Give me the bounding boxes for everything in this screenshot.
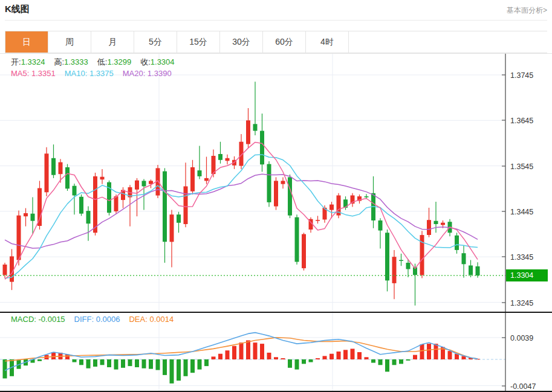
tab-4时[interactable]: 4时 xyxy=(306,31,349,53)
macd-bar xyxy=(399,359,403,364)
candle-body xyxy=(65,167,70,188)
macd-bar xyxy=(226,350,230,359)
macd-row-item: DIFF: 0.0006 xyxy=(74,315,120,324)
candle-body xyxy=(184,187,188,225)
macd-bar xyxy=(51,352,56,359)
macd-bar xyxy=(190,359,195,373)
macd-bar xyxy=(351,349,355,359)
tab-5分[interactable]: 5分 xyxy=(134,31,177,53)
header-divider xyxy=(5,20,547,21)
tab-15分[interactable]: 15分 xyxy=(177,31,220,53)
candle-body xyxy=(51,158,56,175)
ohlc-row-item: 高:1.3333 xyxy=(54,57,88,68)
candle-body xyxy=(142,181,146,186)
candle-body xyxy=(330,205,334,210)
ma-readout: MA5: 1.3351MA10: 1.3375MA20: 1.3390 xyxy=(11,69,181,78)
macd-bar xyxy=(149,359,153,369)
macd-bar xyxy=(73,359,77,362)
candle-body xyxy=(17,216,21,260)
macd-bar xyxy=(365,357,369,359)
macd-bar xyxy=(323,356,327,359)
axis-label: -0.0047 xyxy=(510,382,536,391)
macd-bar xyxy=(114,359,119,370)
macd-bar xyxy=(316,358,320,359)
macd-bar xyxy=(239,342,244,359)
tab-30分[interactable]: 30分 xyxy=(220,31,263,53)
candle-body xyxy=(114,196,119,211)
macd-row-item: DEA: 0.0014 xyxy=(129,315,174,324)
macd-bar xyxy=(184,359,188,376)
axis-label: 1.3445 xyxy=(510,208,533,216)
macd-bar xyxy=(128,359,132,366)
ohlc-row-item: 开:1.3324 xyxy=(11,57,45,68)
candle-body xyxy=(316,220,320,221)
tab-月[interactable]: 月 xyxy=(91,31,134,53)
ma-row-item: MA10: 1.3375 xyxy=(65,69,114,78)
macd-bar xyxy=(371,359,375,363)
candle-body xyxy=(198,170,202,176)
candle-body xyxy=(441,223,445,225)
macd-bar xyxy=(177,359,181,381)
candle-body xyxy=(260,131,264,165)
ma-row-item: MA20: 1.3390 xyxy=(123,69,172,78)
candle-body xyxy=(295,217,299,262)
axis-label: 1.3745 xyxy=(510,71,533,80)
candle-body xyxy=(274,181,278,206)
candle-body xyxy=(392,257,397,283)
candle-body xyxy=(10,256,14,281)
macd-bar xyxy=(330,354,334,359)
macd-bar xyxy=(100,359,105,365)
macd-bar xyxy=(37,359,42,361)
macd-bar xyxy=(86,359,91,368)
macd-bar xyxy=(246,341,250,360)
macd-bar xyxy=(267,353,271,359)
macd-bar xyxy=(121,359,125,368)
candle-body xyxy=(163,172,167,242)
fundamental-analysis-link[interactable]: 基本面分析> xyxy=(507,5,547,16)
candle-body xyxy=(3,265,7,275)
candle-body xyxy=(24,213,28,216)
axis-label: 0.0039 xyxy=(510,334,533,342)
candle-body xyxy=(406,263,411,269)
macd-bar xyxy=(135,359,139,367)
kline-page: { "header": { "title": "K线图", "link": "基… xyxy=(0,0,552,392)
axis-label: 1.3545 xyxy=(510,162,533,171)
candle-body xyxy=(462,253,466,264)
candle-body xyxy=(93,176,97,233)
macd-bar xyxy=(385,359,389,371)
candle-body xyxy=(469,266,473,275)
macd-bar xyxy=(427,344,431,359)
candle-body xyxy=(281,181,285,184)
page-title: K线图 xyxy=(5,4,30,15)
ma-row-item: MA5: 1.3351 xyxy=(11,69,56,78)
candle-body xyxy=(37,188,42,227)
ohlc-readout: 开:1.3324高:1.3333低:1.3299收:1.3304 xyxy=(11,57,184,68)
macd-bar xyxy=(198,359,202,370)
macd-bar xyxy=(420,344,424,359)
candle-body xyxy=(455,236,459,250)
candle-body xyxy=(73,186,77,196)
tab-60分[interactable]: 60分 xyxy=(263,31,306,53)
macd-bar xyxy=(288,359,292,368)
macd-bar xyxy=(337,352,341,359)
tab-周[interactable]: 周 xyxy=(48,31,91,53)
candle-body xyxy=(218,154,222,160)
candle-body xyxy=(204,178,209,181)
macd-bar xyxy=(79,359,83,365)
macd-bar xyxy=(260,344,264,359)
candle-body xyxy=(385,233,389,280)
candle-body xyxy=(365,196,369,198)
macd-bar xyxy=(156,359,160,370)
candle-body xyxy=(177,214,181,223)
axis-label: 1.3245 xyxy=(510,299,533,307)
macd-bar xyxy=(142,359,146,368)
macd-bar xyxy=(343,350,348,359)
macd-bar xyxy=(434,344,438,359)
candle-body xyxy=(302,234,306,269)
candle-body xyxy=(399,260,403,262)
candle-body xyxy=(267,164,271,202)
candle-body xyxy=(45,153,49,192)
tab-日[interactable]: 日 xyxy=(5,31,48,53)
macd-bar xyxy=(302,359,306,364)
candle-body xyxy=(31,214,35,221)
